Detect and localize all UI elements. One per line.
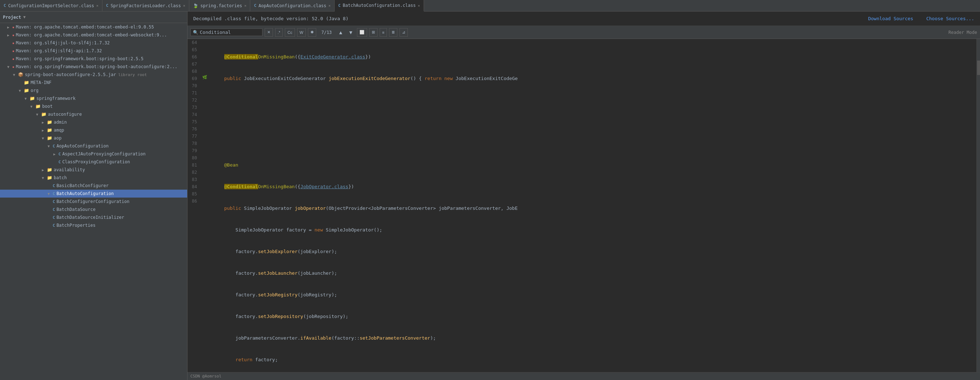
arrow-icon: ▼ [48,192,52,196]
case-sensitive-button[interactable]: Cc [285,28,294,37]
tab-close-icon[interactable]: ✕ [328,3,331,8]
code-line-77: jobParametersConverter.ifAvailable(facto… [213,335,974,342]
filter-button[interactable]: ⊞ [369,28,377,37]
sidebar-item-batch-datasource-init[interactable]: ▶ C BatchDataSourceInitializer [0,213,187,221]
class-icon: C [59,152,61,156]
class-icon: C [3,3,6,8]
sidebar-item-admin[interactable]: ▶ 📁 admin [0,118,187,126]
sidebar-item-slf4j-jul[interactable]: ▶ ▪ Maven: org.slf4j:jul-to-slf4j:1.7.32 [0,39,187,47]
item-label: Maven: org.apache.tomcat.embed:tomcat-em… [16,24,154,30]
class-icon: C [52,223,55,228]
tab-config-import[interactable]: C ConfigurationImportSelector.class ✕ [0,0,102,11]
tab-label: AopAutoConfiguration.class [259,3,326,8]
search-bar: 🔍 ✕ .* Cc W ✱ 7/13 ▲ ▼ ⬜ ⊞ ≡ ≣ ⊿ Reader … [188,26,980,39]
leaf-icon: 🍃 [193,3,198,8]
sidebar-item-amqp[interactable]: ▶ 📁 amqp [0,126,187,134]
keyword: public [224,205,241,211]
sidebar-item-aop-autoconfig[interactable]: ▼ C AopAutoConfiguration [0,142,187,150]
clear-search-button[interactable]: ✕ [265,28,273,37]
arrow-icon: ▼ [13,73,18,77]
keyword: public [224,76,241,81]
tab-close-icon[interactable]: ✕ [418,3,420,8]
sidebar-item-spring-boot[interactable]: ▶ ▪ Maven: org.springframework.boot:spri… [0,55,187,63]
arrow-icon: ▼ [19,89,24,93]
sidebar-item-tomcat-embed-websocket[interactable]: ▶ ▪ Maven: org.apache.tomcat.embed:tomca… [0,31,187,39]
choose-sources-button[interactable]: Choose Sources... [926,16,974,21]
bean-gutter-icon: 🌿 [201,75,208,82]
tab-close-icon[interactable]: ✕ [244,3,246,8]
code-line-71: public SimpleJobOperator jobOperator(Obj… [213,205,974,212]
prev-match-button[interactable]: ▲ [337,30,345,35]
item-label: availability [54,167,85,172]
regex-button[interactable]: .* [275,28,283,37]
sidebar-item-batch-properties[interactable]: ▶ C BatchProperties [0,221,187,229]
tab-batch-auto-config[interactable]: C BatchAutoConfiguration.class ✕ [335,0,424,11]
code-line-76: factory.setJobRepository(jobRepository); [213,313,974,320]
search-input[interactable] [200,30,258,35]
sidebar-item-slf4j-api[interactable]: ▶ ▪ Maven: org.slf4j:slf4j-api:1.7.32 [0,47,187,55]
arrow-icon: ▶ [42,121,47,124]
project-dropdown-icon[interactable]: ▼ [24,15,26,19]
code-line-75: factory.setJobRegistry(jobRegistry); [213,291,974,299]
item-label: BasicBatchConfigurer [57,183,109,188]
code-line-70: @ConditionalOnMissingBean({JobOperator.c… [213,183,974,190]
line-numbers: 64 65 66 67 68 69 70 71 72 73 74 75 76 7… [188,39,201,372]
tab-aop-auto-config[interactable]: C AopAutoConfiguration.class ✕ [250,0,335,11]
tab-close-icon[interactable]: ✕ [183,3,185,8]
match-options-button[interactable]: ✱ [308,28,316,37]
item-label: BatchProperties [57,223,95,228]
download-sources-button[interactable]: Download Sources [868,16,913,21]
sidebar-item-autoconfigure[interactable]: ▼ 📁 autoconfigure [0,110,187,118]
sidebar-item-spring-boot-autoconfigure[interactable]: ▼ ▪ Maven: org.springframework.boot:spri… [0,63,187,71]
item-label: Maven: org.apache.tomcat.embed:tomcat-em… [16,32,167,38]
funnel-button[interactable]: ⊿ [399,28,408,37]
item-label: BatchAutoConfiguration [57,191,114,196]
sidebar-item-meta-inf[interactable]: ▶ 📁 META-INF [0,79,187,86]
next-match-button[interactable]: ▼ [347,30,355,35]
sidebar-item-aspect-j[interactable]: ▶ C AspectJAutoProxyingConfiguration [0,150,187,158]
sidebar-item-boot[interactable]: ▼ 📁 boot [0,102,187,110]
tab-spring-factories[interactable]: 🍃 spring.factories ✕ [189,0,251,11]
annotation-highlight: @Conditional [224,184,258,189]
sidebar-item-class-proxying[interactable]: ▶ C ClassProxyingConfiguration [0,158,187,166]
sidebar-item-tomcat-embed-el[interactable]: ▶ ▪ Maven: org.apache.tomcat.embed:tomca… [0,23,187,31]
item-label: AspectJAutoProxyingConfiguration [62,151,146,156]
scrollbar-thumb[interactable] [977,60,980,75]
decompile-info: Decompiled .class file, bytecode version… [193,16,348,21]
item-label: springframework [37,96,75,101]
library-root-label: library root [118,73,147,77]
sidebar-item-batch-folder[interactable]: ▼ 📁 batch [0,174,187,182]
tab-spring-factories-loader[interactable]: C SpringFactoriesLoader.class ✕ [102,0,189,11]
more-options-button[interactable]: ≡ [380,28,387,37]
tab-label: SpringFactoriesLoader.class [111,3,181,8]
tab-label: BatchAutoConfiguration.class [343,3,416,8]
sidebar-item-springframework[interactable]: ▼ 📁 springframework [0,94,187,102]
expand-button[interactable]: ⬜ [357,28,367,37]
sidebar-item-org[interactable]: ▼ 📁 org [0,86,187,94]
arrow-icon: ▶ [42,168,47,172]
vertical-scrollbar[interactable] [977,39,980,372]
keyword: return [425,76,442,81]
align-button[interactable]: ≣ [389,28,397,37]
sidebar-header: Project ▼ [0,11,187,23]
item-label: amqp [54,128,64,133]
arrow-icon: ▼ [36,113,41,116]
arrow-icon: ▼ [48,144,52,148]
main-container: Project ▼ ▶ ▪ Maven: org.apache.tomcat.e… [0,11,980,380]
sidebar-item-batch-configurer-config[interactable]: ▶ C BatchConfigurerConfiguration [0,197,187,205]
word-match-button[interactable]: W [297,28,306,37]
sidebar-item-batch-datasource[interactable]: ▶ C BatchDataSource [0,205,187,213]
class-ref: JobOperator.class [300,184,348,189]
maven-icon: ▪ [12,49,14,53]
tab-close-icon[interactable]: ✕ [96,3,99,8]
sidebar-item-jar[interactable]: ▼ 📦 spring-boot-autoconfigure-2.5.5.jar … [0,71,187,79]
sidebar-item-basic-batch-configurer[interactable]: ▶ C BasicBatchConfigurer [0,182,187,190]
sidebar-item-batch-auto-config[interactable]: ▼ C BatchAutoConfiguration [0,190,187,197]
sidebar-item-availability[interactable]: ▶ 📁 availability [0,166,187,174]
reader-mode-label: Reader Mode [949,30,977,35]
item-label: BatchConfigurerConfiguration [57,199,129,204]
item-label: ClassProxyingConfiguration [62,159,130,164]
folder-icon: 📁 [47,120,52,125]
sidebar-item-aop[interactable]: ▼ 📁 aop [0,134,187,142]
folder-icon: 📁 [30,96,35,101]
